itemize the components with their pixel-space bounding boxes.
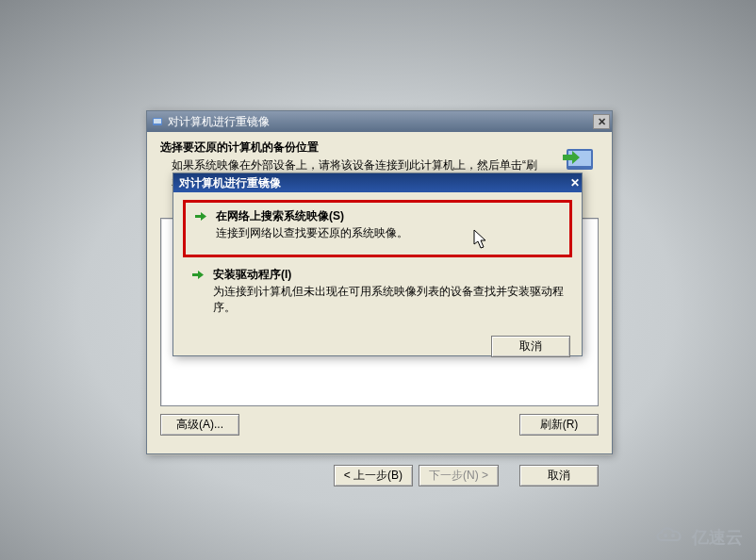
svg-point-4 [664,534,667,537]
wizard-titlebar[interactable]: 对计算机进行重镜像 ✕ [147,111,612,132]
app-icon [151,115,164,128]
next-button: 下一步(N) > [419,465,499,486]
wizard-cancel-button[interactable]: 取消 [519,465,599,486]
dialog-close-button[interactable]: ✕ [570,176,580,189]
arrow-right-icon [193,208,210,241]
dialog-titlebar[interactable]: 对计算机进行重镜像 ✕ [173,173,582,192]
restore-banner-icon [559,140,599,177]
dialog-title: 对计算机进行重镜像 [179,175,570,191]
wizard-footer: < 上一步(B) 下一步(N) > 取消 [147,454,612,496]
option-install-driver[interactable]: 安装驱动程序(I) 为连接到计算机但未出现在可用系统映像列表的设备查找并安装驱动… [183,261,572,321]
wizard-title: 对计算机进行重镜像 [168,114,593,130]
option2-desc: 为连接到计算机但未出现在可用系统映像列表的设备查找并安装驱动程序。 [213,284,565,316]
svg-rect-1 [154,119,161,124]
advanced-button[interactable]: 高级(A)... [160,414,239,436]
wizard-close-button[interactable]: ✕ [593,114,610,129]
svg-point-5 [671,534,675,537]
watermark: 亿速云 [652,523,743,551]
dialog-cancel-button[interactable]: 取消 [491,336,570,357]
watermark-text: 亿速云 [692,526,743,549]
dialog-footer: 取消 [173,328,582,363]
option1-desc: 连接到网络以查找要还原的系统映像。 [216,225,562,241]
refresh-button[interactable]: 刷新(R) [519,414,599,436]
wizard-header-title: 选择要还原的计算机的备份位置 [160,140,553,156]
option1-title: 在网络上搜索系统映像(S) [216,208,562,224]
back-button[interactable]: < 上一步(B) [334,465,413,486]
option2-title: 安装驱动程序(I) [213,267,565,283]
arrow-right-icon [190,267,207,316]
cloud-icon [652,523,686,551]
advanced-dialog: 对计算机进行重镜像 ✕ 在网络上搜索系统映像(S) 连接到网络以查找要还原的系统… [173,173,583,356]
option-search-network[interactable]: 在网络上搜索系统映像(S) 连接到网络以查找要还原的系统映像。 [183,200,572,257]
dialog-body: 在网络上搜索系统映像(S) 连接到网络以查找要还原的系统映像。 安装驱动程序(I… [173,192,582,328]
